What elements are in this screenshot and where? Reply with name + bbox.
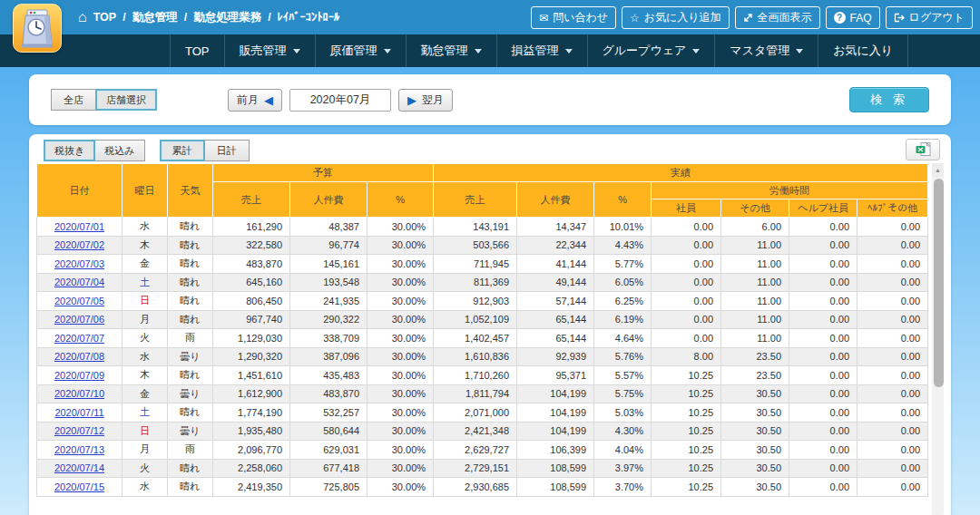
value-cell: 806,450	[213, 292, 290, 311]
value-cell: 0.00	[858, 255, 928, 274]
date-link[interactable]: 2020/07/05	[54, 296, 104, 306]
scrollbar-thumb[interactable]	[934, 179, 944, 387]
header-weather: 天気	[168, 164, 213, 218]
breadcrumb-attendance[interactable]: 勤怠管理	[132, 0, 178, 34]
date-link[interactable]: 2020/07/08	[54, 351, 104, 362]
date-cell: 2020/07/14	[37, 459, 122, 478]
search-button[interactable]: 検 索	[849, 87, 929, 112]
value-cell: 6.19%	[594, 310, 652, 329]
value-cell: 0.00	[789, 255, 858, 274]
month-display[interactable]: 2020年07月	[289, 89, 391, 112]
value-cell: 96,774	[290, 236, 368, 255]
nav-item-favorites[interactable]: お気に入り	[818, 34, 908, 67]
breadcrumb-separator: /	[268, 0, 270, 34]
nav-item-top[interactable]: TOP	[170, 34, 225, 67]
date-link[interactable]: 2020/07/09	[54, 370, 104, 381]
value-cell: 241,935	[290, 292, 368, 311]
nav-item-label: お気に入り	[833, 43, 893, 59]
value-cell: 57,144	[517, 292, 594, 311]
nav-item-sales-mgmt[interactable]: 販売管理	[225, 34, 316, 67]
filter-panel: 全店 店舗選択 前月 ◀ 2020年07月 ▶ 翌月 検 索	[29, 74, 951, 125]
nav-item-attendance-mgmt[interactable]: 勤怠管理	[407, 34, 497, 67]
chevron-down-icon	[293, 49, 300, 53]
date-cell: 2020/07/12	[37, 422, 122, 441]
value-cell: 2,071,000	[434, 403, 517, 423]
date-link[interactable]: 2020/07/14	[54, 462, 104, 473]
date-link[interactable]: 2020/07/11	[54, 407, 103, 418]
weather-cell: 晴れ	[168, 403, 213, 423]
value-cell: 3.70%	[594, 478, 652, 497]
nav-item-groupware[interactable]: グループウェア	[588, 34, 716, 67]
nav-item-profit-mgmt[interactable]: 損益管理	[497, 34, 588, 67]
vertical-scrollbar[interactable]: ▲	[932, 163, 944, 515]
value-cell: 11.00	[721, 310, 789, 329]
breadcrumb-top[interactable]: TOP	[93, 0, 116, 34]
add-favorite-label: お気に入り追加	[644, 10, 721, 25]
date-link[interactable]: 2020/07/06	[54, 314, 104, 325]
cumulative-button[interactable]: 累計	[160, 140, 205, 161]
value-cell: 483,870	[290, 384, 368, 403]
date-link[interactable]: 2020/07/03	[54, 258, 104, 269]
inquiry-button[interactable]: ✉ 問い合わせ	[531, 6, 616, 29]
value-cell: 0.00	[652, 273, 721, 292]
top-actions: ✉ 問い合わせ ☆ お気に入り追加 全画面表示 ? FAQ ログアウト	[531, 6, 973, 29]
next-month-button[interactable]: ▶ 翌月	[398, 89, 453, 112]
weather-cell: 晴れ	[168, 236, 213, 255]
value-cell: 1,402,457	[434, 329, 517, 348]
weekday-cell: 月	[122, 441, 168, 460]
value-cell: 30.00%	[368, 273, 434, 292]
date-link[interactable]: 2020/07/07	[54, 333, 104, 344]
excel-export-button[interactable]	[906, 139, 940, 160]
weekday-cell: 月	[122, 310, 168, 329]
view-toggles: 税抜き 税込み 累計 日計	[44, 140, 944, 161]
date-link[interactable]: 2020/07/02	[54, 239, 104, 250]
value-cell: 725,805	[290, 478, 368, 497]
nav-item-master-mgmt[interactable]: マスタ管理	[715, 34, 818, 67]
store-select-button[interactable]: 店舗選択	[95, 89, 157, 111]
value-cell: 23.50	[721, 366, 789, 385]
scroll-up-button[interactable]: ▲	[932, 163, 944, 177]
date-link[interactable]: 2020/07/04	[54, 277, 104, 287]
weather-cell: 晴れ	[168, 478, 213, 497]
table-row: 2020/07/11土晴れ1,774,190532,25730.00%2,071…	[37, 403, 928, 423]
value-cell: 532,257	[290, 403, 368, 423]
nav-item-cost-mgmt[interactable]: 原価管理	[316, 34, 407, 67]
all-stores-button[interactable]: 全店	[51, 89, 96, 111]
date-link[interactable]: 2020/07/15	[54, 481, 104, 492]
header-weekday: 曜日	[122, 164, 168, 218]
value-cell: 1,451,610	[213, 366, 290, 385]
labor-control-table-wrap: 日付 曜日 天気 予算 実績 売上 人件費 % 売上 人件費 % 労働時間	[36, 163, 944, 515]
faq-button[interactable]: ? FAQ	[826, 6, 880, 29]
tax-excluded-button[interactable]: 税抜き	[44, 140, 95, 161]
weather-cell: 曇り	[168, 422, 213, 441]
date-link[interactable]: 2020/07/12	[54, 425, 104, 436]
add-favorite-button[interactable]: ☆ お気に入り追加	[622, 6, 730, 29]
daily-button[interactable]: 日計	[204, 140, 250, 161]
table-row: 2020/07/03金晴れ483,870145,16130.00%711,945…	[37, 255, 928, 274]
value-cell: 22,344	[517, 236, 594, 255]
page-content: 全店 店舗選択 前月 ◀ 2020年07月 ▶ 翌月 検 索 税抜き 税込み 累…	[0, 67, 980, 515]
breadcrumb-processing[interactable]: 勤怠処理業務	[193, 0, 261, 34]
tax-included-button[interactable]: 税込み	[94, 140, 144, 161]
value-cell: 2,629,727	[434, 441, 517, 460]
fullscreen-button[interactable]: 全画面表示	[735, 6, 820, 29]
prev-month-button[interactable]: 前月 ◀	[228, 89, 282, 112]
value-cell: 30.00%	[368, 255, 434, 274]
date-link[interactable]: 2020/07/13	[54, 444, 104, 455]
date-link[interactable]: 2020/07/10	[54, 388, 104, 399]
weather-cell: 曇り	[168, 347, 213, 366]
chevron-down-icon	[692, 49, 700, 53]
value-cell: 0.00	[789, 459, 858, 478]
date-cell: 2020/07/13	[37, 441, 122, 460]
table-row: 2020/07/05日晴れ806,450241,93530.00%912,903…	[37, 292, 928, 311]
month-navigator: 前月 ◀ 2020年07月 ▶ 翌月	[228, 89, 453, 112]
nav-item-label: マスタ管理	[730, 43, 789, 59]
value-cell: 4.64%	[594, 329, 652, 348]
date-link[interactable]: 2020/07/01	[54, 221, 104, 232]
value-cell: 0.00	[858, 347, 928, 366]
logout-button[interactable]: ログアウト	[886, 6, 973, 29]
weather-cell: 曇り	[168, 384, 213, 403]
value-cell: 104,199	[517, 422, 594, 441]
value-cell: 0.00	[652, 236, 721, 255]
value-cell: 108,599	[517, 478, 594, 497]
